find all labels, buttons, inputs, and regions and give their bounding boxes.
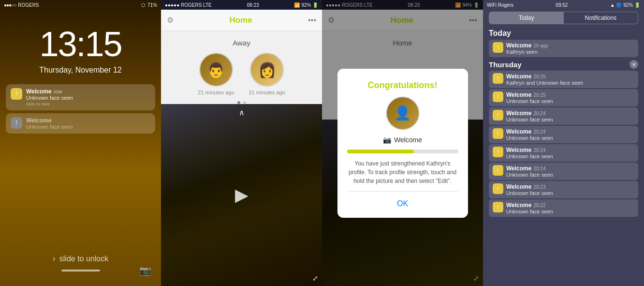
away-faces: 👨 21 minutes ago 👩 21 minutes ago: [161, 53, 322, 95]
notif-app-icon-2: !: [11, 117, 22, 129]
camera-icon[interactable]: 📷: [139, 265, 151, 276]
today-notif-content-1: Welcome 1h ago Kathryn seen: [506, 42, 634, 55]
today-notif-title-row-1: Welcome 1h ago: [506, 42, 634, 49]
status-bar-2: ●●●●● ROGERS LTE 08:23 📶 92% 🔋: [161, 0, 322, 10]
thursday-notif-8[interactable]: ! Welcome 20:22 Unknown face seen: [489, 199, 638, 217]
today-notif-1[interactable]: ! Welcome 1h ago Kathryn seen: [489, 40, 638, 57]
face-time-2: 21 minutes ago: [249, 90, 285, 95]
notif-body-1: Unknown face seen: [26, 95, 150, 101]
chevron-right-icon: ›: [53, 254, 56, 264]
battery-label-2: 📶 92% 🔋: [294, 2, 318, 8]
lock-screen: ●●●○○ ROGERS ⬡ 71% 13:15 Thursday, Novem…: [0, 0, 161, 286]
app-header-2: ⚙ Home •••: [161, 10, 322, 31]
carrier-label-2: ●●●●● ROGERS LTE: [165, 2, 212, 8]
home-bar: [61, 270, 100, 271]
lock-status-right: ⬡ 71%: [141, 2, 157, 8]
notif-title-2: Welcome: [26, 117, 51, 124]
congratulations-dialog: Congratulations! 👤 📷 Welcome You have ju…: [337, 69, 468, 218]
dialog-body-text: You have just strengthened Kathryn's pro…: [347, 159, 458, 185]
notif-time: 09:52: [556, 2, 568, 8]
lock-notif-2[interactable]: ! Welcome Unknown face seen: [6, 113, 155, 134]
dialog-label-row: 📷 Welcome: [383, 136, 422, 144]
bluetooth-icon: ⬡: [141, 2, 146, 8]
fullscreen-icon-2[interactable]: ⤢: [312, 274, 318, 282]
thursday-label: Thursday: [489, 60, 522, 69]
lock-notif-content-2: Welcome Unknown face seen: [26, 117, 150, 130]
screen-notifications: WiFi Rogers 09:52 ▲ 🔵 92% 🔋 Today Notifi…: [483, 0, 644, 286]
notif-slide-hint: slide to view: [26, 102, 150, 106]
screen-home-dialog: ●●●●● ROGERS LTE 08:20 📶 94% 🔋 ⚙ Home ••…: [322, 0, 483, 286]
face-item-2[interactable]: 👩 21 minutes ago: [249, 53, 285, 95]
battery-label: 71%: [147, 2, 157, 8]
thursday-notif-7[interactable]: ! Welcome 20:23 Unknown face seen: [489, 181, 638, 198]
notif-carrier: WiFi Rogers: [487, 2, 513, 8]
more-icon[interactable]: •••: [308, 16, 316, 25]
dialog-progress-fill: [347, 150, 414, 153]
lock-notif-1[interactable]: ! Welcome now Unknown face seen slide to…: [6, 84, 155, 110]
face-item-1[interactable]: 👨 21 minutes ago: [198, 53, 234, 95]
thursday-notif-list: ! Welcome 20:25 Kathryn and Unknown face…: [483, 71, 644, 217]
tab-today[interactable]: Today: [489, 12, 564, 24]
lock-bottom: › slide to unlock: [0, 254, 161, 271]
thursday-close-icon[interactable]: ✕: [629, 60, 638, 69]
gear-icon[interactable]: ⚙: [167, 15, 174, 25]
camera-collapse-icon[interactable]: ∧: [239, 108, 245, 117]
ok-button[interactable]: OK: [397, 197, 408, 210]
notif-time-1: now: [53, 89, 62, 94]
notif-tab-bar: Today Notifications: [489, 12, 638, 24]
notif-title-1: Welcome: [26, 88, 51, 95]
today-notif-body-1: Kathryn seen: [506, 49, 634, 55]
lock-notifications: ! Welcome now Unknown face seen slide to…: [0, 84, 161, 134]
signal-icon: ●●●○○: [4, 2, 16, 8]
thursday-notif-5[interactable]: ! Welcome 20:24 Unknown face seen: [489, 144, 638, 162]
tab-notifications[interactable]: Notifications: [564, 12, 638, 24]
thursday-notif-1[interactable]: ! Welcome 20:25 Kathryn and Unknown face…: [489, 71, 638, 88]
notif-title-row-2: Welcome: [26, 117, 150, 124]
today-notif-title-1: Welcome: [506, 42, 531, 49]
face-bg-2: 👩: [251, 54, 283, 86]
thursday-notif-6[interactable]: ! Welcome 20:24 Unknown face seen: [489, 163, 638, 180]
dialog-divider: [347, 191, 458, 192]
thursday-notif-2[interactable]: ! Welcome 20:25 Unknown face seen: [489, 89, 638, 106]
slide-to-unlock[interactable]: › slide to unlock: [53, 254, 108, 264]
notif-battery: ▲ 🔵 92% 🔋: [610, 2, 640, 8]
notif-body-2: Unknown face seen: [26, 124, 150, 130]
thursday-notif-4[interactable]: ! Welcome 20:24 Unknown face seen: [489, 126, 638, 143]
lock-time: 13:15: [39, 24, 121, 64]
away-label: Away: [161, 39, 322, 47]
face-time-1: 21 minutes ago: [198, 90, 234, 95]
face-avatar-1: 👨: [199, 53, 233, 87]
carrier-label: ROGERS: [18, 2, 39, 8]
today-section-label: Today: [483, 26, 644, 39]
camera-label-icon: 📷: [383, 136, 391, 144]
face-avatar-2: 👩: [250, 53, 284, 87]
lock-status-bar: ●●●○○ ROGERS ⬡ 71%: [0, 0, 161, 10]
lock-notif-content-1: Welcome now Unknown face seen slide to v…: [26, 88, 150, 106]
dialog-overlay[interactable]: Congratulations! 👤 📷 Welcome You have ju…: [322, 0, 483, 286]
today-notif-icon-1: !: [493, 42, 503, 53]
camera-label-text: Welcome: [394, 136, 422, 144]
dialog-title: Congratulations!: [368, 80, 438, 90]
today-notif-time-1: 1h ago: [533, 43, 548, 48]
lock-status-left: ●●●○○ ROGERS: [4, 2, 39, 8]
thursday-section-header: Thursday ✕: [483, 58, 644, 71]
app-title-2: Home: [229, 15, 252, 25]
time-label-2: 08:23: [247, 2, 259, 8]
dialog-progress-bar: [347, 150, 458, 153]
slide-unlock-label: slide to unlock: [59, 255, 108, 263]
thu-notif-icon-1: !: [493, 73, 503, 84]
notif-status-bar: WiFi Rogers 09:52 ▲ 🔵 92% 🔋: [483, 0, 644, 10]
face-bg-1: 👨: [200, 54, 232, 86]
notif-title-row-1: Welcome now: [26, 88, 150, 95]
thursday-notif-3[interactable]: ! Welcome 20:24 Unknown face seen: [489, 107, 638, 125]
camera-view-2[interactable]: ∧ ▶ ⤢: [161, 104, 322, 286]
lock-date: Thursday, November 12: [39, 66, 121, 75]
play-icon-2[interactable]: ▶: [235, 185, 249, 205]
notif-app-icon-1: !: [11, 88, 22, 100]
screen-home-away: ●●●●● ROGERS LTE 08:23 📶 92% 🔋 ⚙ Home ••…: [161, 0, 322, 286]
dialog-avatar: 👤: [386, 96, 420, 130]
